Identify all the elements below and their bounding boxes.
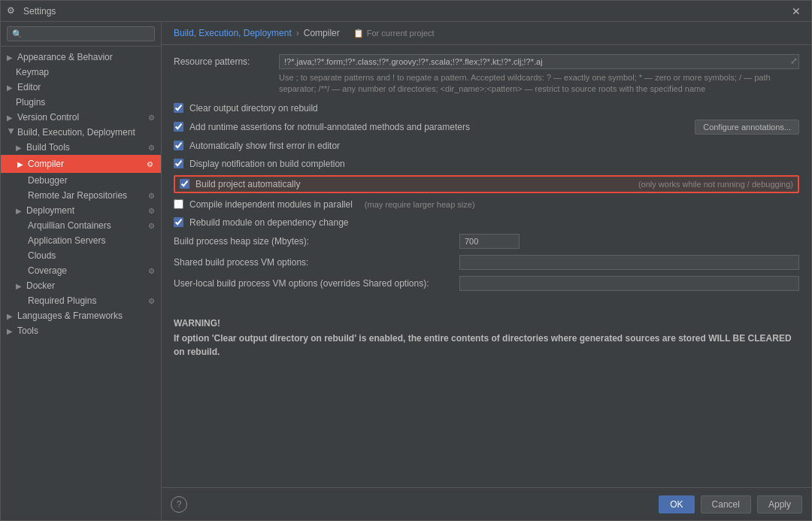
sidebar-item-label: Build, Execution, Deployment xyxy=(17,127,135,138)
app-icon: ⚙ xyxy=(7,5,19,17)
compile-independent-checkbox[interactable] xyxy=(174,199,183,209)
clear-output-checkbox[interactable] xyxy=(174,103,183,113)
sidebar-item-docker[interactable]: ▶ Docker xyxy=(1,278,161,293)
settings-icon: ⚙ xyxy=(148,192,155,200)
settings-content: Resource patterns: ⤢ Use ; to separate p… xyxy=(162,45,811,487)
resource-patterns-input[interactable] xyxy=(279,54,799,69)
shared-vm-row: Shared build process VM options: xyxy=(174,255,799,270)
close-button[interactable]: ✕ xyxy=(787,4,805,19)
settings-icon: ⚙ xyxy=(148,267,155,275)
show-first-error-label: Automatically show first error in editor xyxy=(189,141,340,151)
cancel-button[interactable]: Cancel xyxy=(701,495,751,513)
build-automatically-label: Build project automatically xyxy=(195,179,638,189)
clear-output-label: Clear output directory on rebuild xyxy=(189,103,318,114)
sidebar-item-deployment[interactable]: ▶ Deployment ⚙ xyxy=(1,203,161,218)
build-automatically-row: Build project automatically (only works … xyxy=(174,175,799,193)
breadcrumb: Build, Execution, Deployment › Compiler … xyxy=(162,22,811,45)
sidebar-item-required-plugins[interactable]: Required Plugins ⚙ xyxy=(1,293,161,308)
apply-button[interactable]: Apply xyxy=(757,495,802,513)
arrow-icon: ▶ xyxy=(16,207,25,215)
user-local-vm-row: User-local build process VM options (ove… xyxy=(174,276,799,291)
breadcrumb-parent[interactable]: Build, Execution, Deployment xyxy=(174,28,292,38)
sidebar-item-plugins[interactable]: Plugins xyxy=(1,95,161,110)
sidebar-item-label: Debugger xyxy=(28,175,68,186)
build-automatically-note: (only works while not running / debuggin… xyxy=(638,180,793,189)
sidebar-item-compiler[interactable]: ▶ Compiler ⚙ xyxy=(1,155,161,173)
settings-window: ⚙ Settings ✕ ▶ Appearance & Behavior Key… xyxy=(0,0,812,521)
breadcrumb-project: 📋 For current project xyxy=(353,29,435,38)
bottom-left: ? xyxy=(171,496,187,513)
compile-independent-label: Compile independent modules in parallel xyxy=(189,199,353,210)
sidebar-item-label: Plugins xyxy=(16,97,45,108)
sidebar-item-build-exec[interactable]: ▶ Build, Execution, Deployment xyxy=(1,125,161,140)
sidebar-item-label: Editor xyxy=(17,82,41,92)
shared-vm-label: Shared build process VM options: xyxy=(174,257,459,268)
arrow-icon: ▶ xyxy=(17,160,26,168)
arrow-icon: ▶ xyxy=(7,312,16,320)
sidebar-item-label: Compiler xyxy=(28,159,64,169)
sidebar-item-label: Clouds xyxy=(28,250,56,261)
sidebar-item-coverage[interactable]: Coverage ⚙ xyxy=(1,263,161,278)
sidebar-tree: ▶ Appearance & Behavior Keymap ▶ Editor … xyxy=(1,47,161,520)
clear-output-row: Clear output directory on rebuild xyxy=(174,101,799,115)
heap-size-input[interactable] xyxy=(459,234,520,249)
ok-button[interactable]: OK xyxy=(659,495,694,513)
user-local-vm-input[interactable] xyxy=(459,276,799,291)
arrow-icon: ▶ xyxy=(16,282,25,290)
settings-icon: ⚙ xyxy=(147,160,153,168)
heap-size-row: Build process heap size (Mbytes): xyxy=(174,234,799,249)
sidebar-item-label: Remote Jar Repositories xyxy=(28,190,127,201)
search-box xyxy=(1,22,161,47)
sidebar-item-build-tools[interactable]: ▶ Build Tools ⚙ xyxy=(1,140,161,155)
sidebar-item-debugger[interactable]: Debugger xyxy=(1,173,161,188)
sidebar-item-app-servers[interactable]: Application Servers xyxy=(1,233,161,248)
help-button[interactable]: ? xyxy=(171,496,187,513)
rebuild-module-row: Rebuild module on dependency change xyxy=(174,216,799,229)
sidebar-item-label: Appearance & Behavior xyxy=(17,52,113,62)
warning-text: If option 'Clear output directory on reb… xyxy=(174,332,799,359)
sidebar-item-appearance[interactable]: ▶ Appearance & Behavior xyxy=(1,50,161,65)
settings-icon: ⚙ xyxy=(148,144,155,152)
shared-vm-input[interactable] xyxy=(459,255,799,270)
sidebar-item-arquillian[interactable]: Arquillian Containers ⚙ xyxy=(1,218,161,233)
configure-annotations-button[interactable]: Configure annotations... xyxy=(695,120,799,135)
display-notification-label: Display notification on build completion xyxy=(189,159,345,169)
settings-icon: ⚙ xyxy=(148,222,155,230)
main-panel: Build, Execution, Deployment › Compiler … xyxy=(162,22,811,520)
display-notification-checkbox[interactable] xyxy=(174,159,183,168)
bottom-bar: ? OK Cancel Apply xyxy=(162,487,811,520)
window-title: Settings xyxy=(23,6,787,17)
sidebar-item-label: Version Control xyxy=(17,112,79,123)
warning-title: WARNING! xyxy=(174,318,799,329)
project-label: For current project xyxy=(367,29,435,38)
sidebar-item-tools[interactable]: ▶ Tools xyxy=(1,323,161,338)
resource-patterns-row: Resource patterns: ⤢ xyxy=(174,54,799,69)
sidebar-item-clouds[interactable]: Clouds xyxy=(1,248,161,263)
sync-icon: ⚙ xyxy=(148,114,155,122)
sidebar-item-label: Deployment xyxy=(26,205,74,216)
breadcrumb-separator: › xyxy=(296,28,299,38)
display-notification-row: Display notification on build completion xyxy=(174,157,799,171)
assertions-row: Add runtime assertions for notnull-annot… xyxy=(174,120,799,135)
sidebar-item-editor[interactable]: ▶ Editor xyxy=(1,80,161,95)
user-local-vm-label: User-local build process VM options (ove… xyxy=(174,278,459,289)
sidebar-item-remote-jar[interactable]: Remote Jar Repositories ⚙ xyxy=(1,188,161,203)
sidebar-item-label: Languages & Frameworks xyxy=(17,310,123,321)
search-input[interactable] xyxy=(7,26,155,41)
build-automatically-checkbox[interactable] xyxy=(180,179,189,189)
sidebar-item-languages[interactable]: ▶ Languages & Frameworks xyxy=(1,308,161,323)
sidebar-item-keymap[interactable]: Keymap xyxy=(1,65,161,80)
rebuild-module-checkbox[interactable] xyxy=(174,217,183,227)
resource-expand-button[interactable]: ⤢ xyxy=(790,56,798,66)
sidebar-item-version-control[interactable]: ▶ Version Control ⚙ xyxy=(1,110,161,125)
show-first-error-checkbox[interactable] xyxy=(174,141,183,150)
arrow-icon: ▶ xyxy=(7,327,16,335)
sidebar-item-label: Required Plugins xyxy=(28,295,96,306)
sidebar-item-label: Application Servers xyxy=(28,235,105,246)
heap-size-label: Build process heap size (Mbytes): xyxy=(174,236,459,247)
sidebar-item-label: Arquillian Containers xyxy=(28,220,111,231)
warning-box: WARNING! If option 'Clear output directo… xyxy=(174,309,799,368)
arrow-open-icon: ▶ xyxy=(8,128,16,137)
add-runtime-checkbox[interactable] xyxy=(174,122,183,132)
bottom-right: OK Cancel Apply xyxy=(659,495,802,513)
